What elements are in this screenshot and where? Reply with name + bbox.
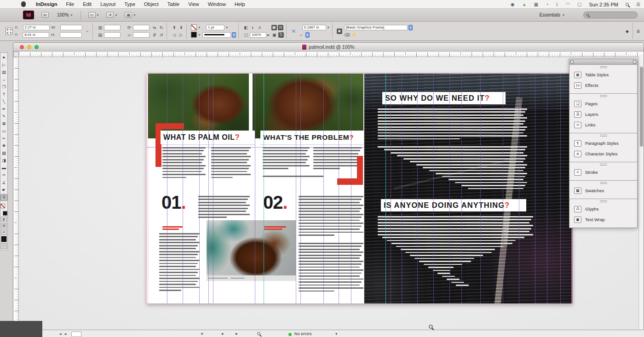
panel-options-diamond-icon[interactable]: ◆ bbox=[624, 29, 630, 34]
view-options-button[interactable]: ▭▼ bbox=[88, 12, 99, 18]
panel-group-grip[interactable] bbox=[600, 135, 607, 137]
panel-button-paragraph-styles[interactable]: ¶Paragraph Styles bbox=[569, 138, 637, 149]
scrollbar-thumb[interactable] bbox=[640, 67, 643, 147]
menu-layout[interactable]: Layout bbox=[100, 1, 115, 7]
content-collector-tool[interactable]: ❐ bbox=[0, 84, 7, 91]
column-guide[interactable] bbox=[199, 74, 200, 303]
corner-options-field[interactable]: 0.1667 in bbox=[302, 25, 326, 30]
wifi-icon[interactable]: ◠ bbox=[566, 0, 570, 9]
constrain-proportions-icon[interactable]: 𝄐 bbox=[84, 29, 90, 34]
page-menu-arrow[interactable]: ▾ bbox=[201, 331, 203, 336]
display-icon[interactable]: ▢ bbox=[577, 0, 581, 9]
bluetooth-icon[interactable]: ᛒ bbox=[556, 0, 558, 9]
menu-type[interactable]: Type bbox=[124, 1, 135, 7]
fill-stroke-control[interactable] bbox=[0, 204, 7, 216]
ruler-guide-cyan[interactable] bbox=[264, 74, 264, 303]
pencil-tool[interactable]: ✎ bbox=[0, 113, 7, 120]
column-guide[interactable] bbox=[167, 74, 167, 303]
horizontal-ruler[interactable] bbox=[19, 51, 644, 57]
stroke-style-menu-button[interactable]: ▼ bbox=[232, 32, 236, 38]
select-content-icon[interactable]: ⬇ bbox=[178, 25, 184, 30]
panel-group-grip[interactable] bbox=[600, 95, 607, 97]
fit-content-icon[interactable]: ⊡ bbox=[278, 25, 283, 30]
panel-group-grip[interactable] bbox=[600, 164, 607, 166]
panel-button-character-styles[interactable]: ACharacter Styles bbox=[569, 149, 637, 159]
ruler-origin-box[interactable] bbox=[13, 51, 19, 57]
notification-center-icon[interactable]: ☰ bbox=[636, 0, 640, 9]
gradient-swatch-tool[interactable]: ▨ bbox=[0, 150, 7, 157]
menu-view[interactable]: View bbox=[188, 1, 199, 7]
menu-indesign[interactable]: InDesign bbox=[36, 1, 57, 7]
direct-selection-tool[interactable]: ▷ bbox=[0, 62, 7, 69]
rotate-90-ccw-icon[interactable]: ↺ bbox=[158, 32, 164, 38]
panel-button-text-wrap[interactable]: ▣Text Wrap bbox=[569, 214, 637, 225]
column-guide[interactable] bbox=[323, 74, 324, 303]
apple-icon[interactable] bbox=[21, 1, 26, 7]
hand-tool[interactable]: ☛ bbox=[0, 187, 7, 194]
clear-overrides-icon[interactable]: ⌫ bbox=[344, 32, 350, 38]
horizontal-guide[interactable] bbox=[147, 147, 364, 148]
time-machine-icon[interactable]: ◔ bbox=[546, 0, 548, 9]
vertical-ruler[interactable] bbox=[13, 57, 19, 329]
wrap-bounding-icon[interactable]: 𝕏 bbox=[278, 32, 284, 38]
apply-gradient-button[interactable]: ▨ bbox=[1, 223, 7, 228]
note-tool[interactable]: ▬ bbox=[0, 165, 7, 171]
apply-none-button[interactable]: ⊘ bbox=[1, 229, 7, 235]
column-guide[interactable] bbox=[296, 74, 296, 303]
selection-tool[interactable]: ➤ bbox=[0, 54, 7, 61]
column-guide[interactable] bbox=[255, 74, 255, 303]
y-position-field[interactable]: 8.91 in bbox=[23, 32, 49, 38]
column-guide[interactable] bbox=[208, 74, 209, 303]
column-guide[interactable] bbox=[213, 74, 213, 303]
margin-guide[interactable] bbox=[148, 74, 148, 303]
apply-color-button[interactable]: ▮ bbox=[1, 217, 7, 222]
column-guide[interactable] bbox=[339, 74, 339, 303]
scale-x-field[interactable] bbox=[104, 25, 121, 30]
panel-button-stroke[interactable]: ≡Stroke bbox=[569, 167, 637, 177]
updater-status-icon[interactable]: ▲ bbox=[522, 0, 527, 9]
page-tool[interactable]: ▤ bbox=[0, 69, 7, 76]
pasteboard[interactable]: WHAT IS PALM OIL? WHAT'S THE PROBLEM? 01… bbox=[19, 57, 639, 330]
effects-icon[interactable]: ◧ bbox=[243, 25, 249, 30]
zoom-tool[interactable]: ⚲ bbox=[0, 194, 7, 201]
rotation-field[interactable] bbox=[133, 25, 150, 30]
panel-button-layers[interactable]: ☰Layers bbox=[569, 109, 637, 120]
preflight-search-icon[interactable] bbox=[257, 332, 260, 335]
page-number-field[interactable] bbox=[71, 331, 81, 337]
column-guide[interactable] bbox=[183, 74, 183, 303]
width-field[interactable] bbox=[60, 25, 82, 30]
gap-tool[interactable]: ↔ bbox=[0, 76, 7, 83]
drop-shadow-icon[interactable]: ▣ bbox=[271, 25, 277, 30]
flip-horizontal-icon[interactable]: ⇋ bbox=[151, 25, 157, 30]
panel-group-grip[interactable] bbox=[600, 200, 607, 202]
menu-clock[interactable]: Sun 2:35 PM bbox=[589, 2, 618, 7]
gradient-feather-tool[interactable]: ◨ bbox=[0, 157, 7, 164]
reference-point-proxy[interactable] bbox=[6, 28, 13, 35]
line-tool[interactable]: ╲ bbox=[0, 98, 7, 105]
height-field[interactable] bbox=[60, 32, 82, 38]
wrap-none-icon[interactable]: ▣ bbox=[271, 32, 277, 38]
dock-header[interactable] bbox=[569, 59, 637, 64]
menu-edit[interactable]: Edit bbox=[83, 1, 92, 7]
document-title-bar[interactable]: palmoil.indd @ 100% bbox=[13, 43, 644, 51]
menu-help[interactable]: Help bbox=[235, 1, 245, 7]
dock-close-icon[interactable] bbox=[570, 60, 574, 63]
record-status-icon[interactable]: ◉ bbox=[511, 0, 515, 9]
panel-button-table-styles[interactable]: ▦Table Styles bbox=[569, 69, 637, 80]
opacity-field[interactable]: 100% bbox=[250, 32, 266, 38]
panel-button-links[interactable]: ∞Links bbox=[569, 120, 637, 130]
horizontal-guide[interactable] bbox=[364, 108, 572, 109]
menu-object[interactable]: Object bbox=[144, 1, 159, 7]
quick-apply-icon[interactable]: ⚡ bbox=[351, 32, 357, 38]
workspace-switcher[interactable]: Essentials ▼ bbox=[539, 12, 565, 17]
eyedropper-tool[interactable]: ✑ bbox=[0, 172, 7, 179]
shear-field[interactable] bbox=[133, 32, 150, 38]
search-box[interactable] bbox=[583, 11, 638, 18]
free-transform-tool[interactable]: ✥ bbox=[0, 143, 7, 149]
select-next-icon[interactable]: ▷ bbox=[178, 32, 184, 38]
menu-window[interactable]: Window bbox=[208, 1, 226, 7]
panel-button-glyphs[interactable]: ⁂Glyphs bbox=[569, 204, 637, 214]
menu-table[interactable]: Table bbox=[167, 1, 179, 7]
column-guide[interactable] bbox=[300, 74, 301, 303]
corner-shape-icon[interactable]: ⌐ bbox=[299, 32, 305, 38]
